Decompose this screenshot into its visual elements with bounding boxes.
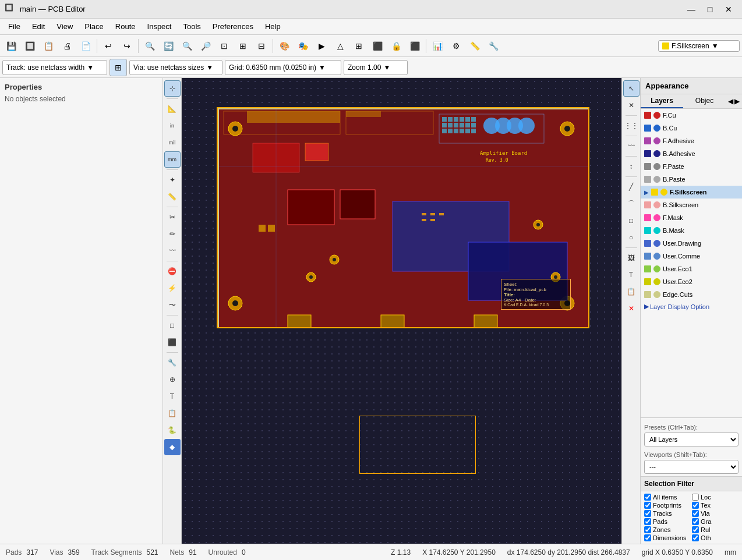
cancel-tool[interactable]: ✕ — [623, 97, 639, 114]
layer-row-badhesive[interactable]: B.Adhesive — [641, 147, 742, 160]
select-tool[interactable]: ⊹ — [164, 80, 181, 97]
grid-settings-button[interactable]: ⊞ — [350, 37, 368, 55]
layer-vis-usercomme[interactable] — [653, 253, 660, 260]
menu-preferences[interactable]: Preferences — [207, 20, 259, 33]
zoom-in-button[interactable]: 🔍 — [178, 37, 196, 55]
layer-row-userdrawing[interactable]: User.Drawing — [641, 237, 742, 250]
layer-row-usercomme[interactable]: User.Comme — [641, 250, 742, 263]
sel-checkbox-gra[interactable] — [692, 518, 699, 525]
tab-next-arrow[interactable]: ▶ — [734, 97, 740, 105]
layer-vis-bpaste[interactable] — [653, 176, 660, 183]
menu-tools[interactable]: Tools — [177, 20, 206, 33]
layer-vis-fpaste[interactable] — [653, 163, 660, 170]
zoom-out-button[interactable]: 🔎 — [197, 37, 214, 55]
layer-vis-bcu[interactable] — [653, 125, 660, 132]
presets-dropdown[interactable]: All Layers — [644, 433, 739, 446]
menu-edit[interactable]: Edit — [26, 20, 51, 33]
tab-prev-arrow[interactable]: ◀ — [728, 97, 733, 105]
viewport-dropdown[interactable]: --- — [644, 460, 739, 474]
close-button[interactable]: ✕ — [720, 1, 737, 18]
menu-inspect[interactable]: Inspect — [142, 20, 178, 33]
layer-vis-bsilkscreen[interactable] — [653, 201, 660, 208]
lock-button[interactable]: 🔒 — [387, 37, 405, 55]
net-color-button[interactable]: 🎭 — [294, 37, 312, 55]
design-rules-button[interactable]: 📏 — [466, 37, 483, 55]
sel-check-dimensions[interactable]: Dimensions — [644, 534, 691, 541]
track-mode-button[interactable]: ⊞ — [109, 59, 127, 76]
measure-tool[interactable]: 📏 — [164, 189, 181, 205]
edit-tool[interactable]: ✏ — [164, 226, 181, 242]
layer-vis-badhesive[interactable] — [653, 150, 660, 157]
layer-row-fsilkscreen[interactable]: ▶ F.Silkscreen — [641, 186, 742, 199]
add-text-tool[interactable]: T — [164, 388, 181, 405]
route-button[interactable]: ▶ — [313, 37, 330, 55]
pcb-canvas[interactable]: Amplifier Board Rev. 3.0 — [182, 78, 621, 544]
sel-checkbox-via[interactable] — [692, 510, 699, 517]
sel-check-rul[interactable]: Rul — [692, 526, 739, 533]
sel-checkbox-dimensions[interactable] — [644, 534, 651, 541]
mm-unit-tool[interactable]: mm — [164, 151, 181, 168]
layer-row-bcu[interactable]: B.Cu — [641, 122, 742, 134]
canvas-area[interactable]: Amplifier Board Rev. 3.0 — [182, 78, 621, 544]
sel-check-tex[interactable]: Tex — [692, 502, 739, 509]
menu-route[interactable]: Route — [109, 20, 142, 33]
netlist-button[interactable]: 📊 — [429, 37, 446, 55]
layer-row-bsilkscreen[interactable]: B.Silkscreen — [641, 199, 742, 211]
zoom-fit-button[interactable]: ⊡ — [215, 37, 233, 55]
rcirc-tool[interactable]: ○ — [623, 229, 639, 246]
menu-help[interactable]: Help — [259, 20, 287, 33]
layer-vis-fcu[interactable] — [653, 112, 660, 119]
rwave-tool[interactable]: 〰 — [623, 138, 639, 154]
add-pad-tool[interactable]: □ — [164, 317, 181, 334]
board-setup-button[interactable]: ⚙ — [447, 37, 465, 55]
sel-checkbox-allitems[interactable] — [644, 494, 651, 501]
sel-checkbox-loc[interactable] — [692, 494, 699, 501]
save-button[interactable]: 💾 — [2, 37, 20, 55]
sel-checkbox-oth[interactable] — [692, 534, 699, 541]
layer-row-fpaste[interactable]: F.Paste — [641, 160, 742, 173]
tune-tool[interactable]: 〜 — [164, 297, 181, 313]
layer-vis-fadhesive[interactable] — [653, 137, 660, 144]
inch-unit-tool[interactable]: in — [164, 118, 181, 134]
layer-selector[interactable]: F.Silkscreen ▼ — [658, 40, 740, 52]
interactive-router-button[interactable]: ⬛ — [369, 37, 386, 55]
refresh-button[interactable]: 🔄 — [160, 37, 177, 55]
unroute-tool[interactable]: 〰 — [164, 243, 181, 259]
sel-check-footprints[interactable]: Footprints — [644, 502, 691, 509]
tab-objects[interactable]: Objec — [683, 94, 726, 108]
gerber-button[interactable]: 🔧 — [485, 37, 502, 55]
sel-checkbox-footprints[interactable] — [644, 502, 651, 509]
rrect-tool[interactable]: □ — [623, 212, 639, 229]
layer-row-fadhesive[interactable]: F.Adhesive — [641, 134, 742, 147]
maximize-button[interactable]: □ — [701, 1, 719, 18]
sel-check-zones[interactable]: Zones — [644, 526, 691, 533]
layer-vis-edgecuts[interactable] — [653, 291, 660, 298]
rline-tool[interactable]: ╱ — [623, 179, 639, 195]
sel-check-allitems[interactable]: All items — [644, 494, 691, 501]
rcurve-tool[interactable]: ⌒ — [623, 196, 639, 212]
rnotes-tool[interactable]: 📋 — [623, 283, 639, 300]
add-zone-tool[interactable]: ⬛ — [164, 334, 181, 350]
open-schematic-button[interactable]: 📋 — [40, 37, 57, 55]
layer-vis-userdrawing[interactable] — [653, 240, 660, 247]
sel-checkbox-zones[interactable] — [644, 526, 651, 533]
active-layer-tool[interactable]: ◆ — [164, 439, 181, 455]
sel-check-via[interactable]: Via — [692, 510, 739, 517]
zoom-area-button[interactable]: ⊟ — [253, 37, 270, 55]
layer-row-bpaste[interactable]: B.Paste — [641, 173, 742, 186]
new-project-button[interactable]: 🔲 — [21, 37, 38, 55]
3d-viewer-button[interactable]: ⬛ — [406, 37, 423, 55]
sel-check-pads[interactable]: Pads — [644, 518, 691, 525]
menu-file[interactable]: File — [2, 20, 26, 33]
sel-check-tracks[interactable]: Tracks — [644, 510, 691, 517]
rdelete-tool[interactable]: ✕ — [623, 300, 639, 317]
rtext-tool[interactable]: T — [623, 267, 639, 283]
zoom-dropdown[interactable]: Zoom 1.00 ▼ — [344, 60, 408, 75]
minimize-button[interactable]: — — [683, 1, 700, 18]
layer-display-option[interactable]: ▶ Layer Display Option — [641, 301, 742, 312]
route-track-tool[interactable]: ⛔ — [164, 263, 181, 279]
via-dropdown[interactable]: Via: use netclass sizes ▼ — [129, 60, 222, 75]
sel-check-oth[interactable]: Oth — [692, 534, 739, 541]
rnet-tool[interactable]: ⋮⋮ — [623, 118, 639, 134]
plot-button[interactable]: 📄 — [77, 37, 94, 55]
